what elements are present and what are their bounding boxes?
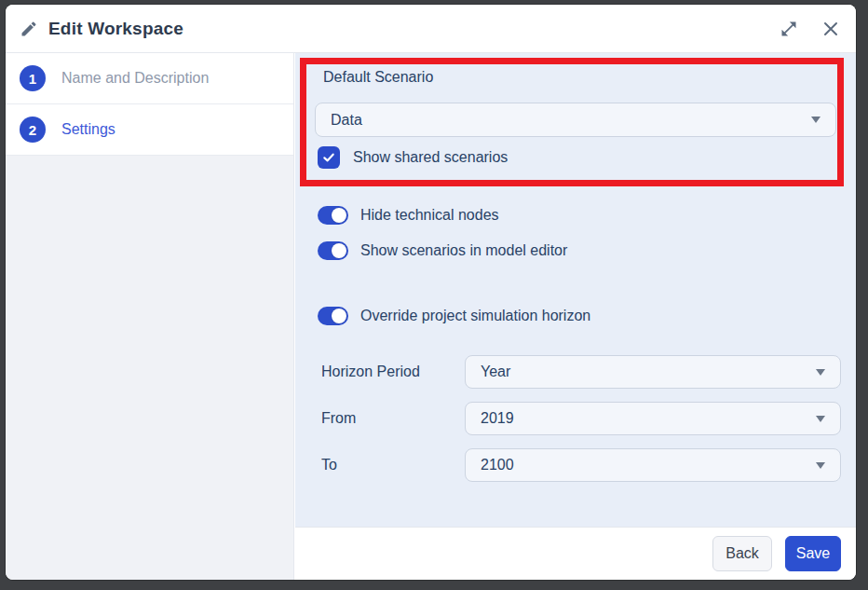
default-scenario-label: Default Scenario: [323, 69, 433, 86]
horizon-period-value: Year: [481, 364, 510, 380]
show-shared-scenarios-checkbox[interactable]: [318, 146, 340, 169]
close-icon[interactable]: [822, 21, 839, 37]
toggle-knob: [332, 309, 346, 323]
hide-technical-nodes-toggle[interactable]: [318, 206, 348, 225]
default-scenario-dropdown[interactable]: Data: [315, 103, 836, 137]
header-actions: [780, 20, 843, 38]
chevron-down-icon: [816, 369, 825, 376]
to-year-dropdown[interactable]: 2100: [465, 448, 841, 482]
show-scenarios-in-model-editor-toggle[interactable]: [318, 241, 348, 260]
expand-icon[interactable]: [780, 20, 798, 38]
show-scenarios-in-model-editor-row: Show scenarios in model editor: [318, 238, 567, 264]
step-1-badge: 1: [20, 65, 46, 91]
override-simulation-horizon-label: Override project simulation horizon: [360, 308, 590, 324]
step-2-badge: 2: [20, 117, 46, 143]
modal-footer: Back Save: [295, 527, 856, 580]
to-year-value: 2100: [481, 457, 514, 473]
pencil-icon: [19, 19, 39, 39]
horizon-period-dropdown[interactable]: Year: [465, 355, 841, 389]
settings-panel: Default Scenario Data Show shared scenar…: [295, 53, 856, 527]
from-year-row: From 2019: [295, 402, 856, 435]
horizon-period-row: Horizon Period Year: [295, 355, 856, 389]
screenshot-stage: Edit Workspace 1 Name and Description: [0, 0, 868, 590]
sidebar-item-settings[interactable]: 2 Settings: [6, 104, 293, 156]
to-year-row: To 2100: [295, 448, 856, 482]
show-shared-scenarios-row: Show shared scenarios: [318, 146, 508, 169]
show-scenarios-in-model-editor-label: Show scenarios in model editor: [360, 242, 567, 259]
sidebar-item-name-and-description[interactable]: 1 Name and Description: [6, 53, 293, 104]
default-scenario-value: Data: [331, 112, 362, 129]
horizon-period-label: Horizon Period: [321, 355, 420, 389]
override-simulation-horizon-row: Override project simulation horizon: [318, 303, 590, 329]
toggle-knob: [332, 208, 346, 223]
from-label: From: [321, 402, 356, 435]
override-simulation-horizon-toggle[interactable]: [318, 307, 348, 325]
chevron-down-icon: [811, 117, 821, 123]
step-2-label: Settings: [61, 121, 115, 138]
edit-workspace-modal: Edit Workspace 1 Name and Description: [6, 5, 856, 580]
show-shared-scenarios-label: Show shared scenarios: [353, 149, 508, 166]
to-label: To: [321, 448, 337, 482]
chevron-down-icon: [816, 416, 825, 422]
chevron-down-icon: [816, 462, 825, 469]
step-1-label: Name and Description: [61, 70, 209, 87]
from-year-value: 2019: [481, 410, 514, 427]
modal-header: Edit Workspace: [6, 5, 856, 53]
modal-title: Edit Workspace: [48, 19, 183, 39]
toggle-knob: [332, 243, 346, 258]
back-button[interactable]: Back: [712, 536, 772, 571]
hide-technical-nodes-row: Hide technical nodes: [318, 202, 499, 228]
from-year-dropdown[interactable]: 2019: [465, 402, 841, 435]
steps-sidebar: 1 Name and Description 2 Settings: [6, 53, 294, 580]
hide-technical-nodes-label: Hide technical nodes: [360, 207, 499, 224]
save-button[interactable]: Save: [785, 536, 841, 571]
